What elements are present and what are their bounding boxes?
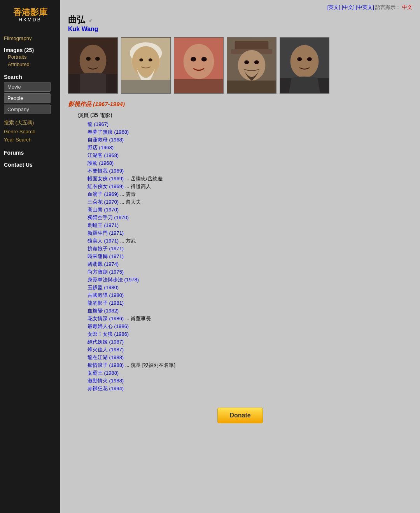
film-link[interactable]: 血滴子 (1969) bbox=[88, 191, 119, 197]
film-link[interactable]: 激動情火 (1988) bbox=[88, 378, 124, 384]
film-list-item: 龍在江湖 (1988) bbox=[88, 354, 412, 361]
person-english-name: Kuk Wang bbox=[68, 26, 412, 33]
film-link[interactable]: 猿美人 (1971) bbox=[88, 238, 119, 244]
film-link[interactable]: 刺蝗王 (1971) bbox=[88, 222, 119, 228]
film-list-item: 紅衣俠女 (1969) ... 得道高人 bbox=[88, 183, 412, 190]
film-link[interactable]: 江湖客 (1968) bbox=[88, 152, 119, 158]
film-link[interactable]: 野店 (1968) bbox=[88, 145, 114, 150]
logo-english: HKMDB bbox=[13, 17, 47, 23]
film-link[interactable]: 玉釵盟 (1980) bbox=[88, 284, 119, 290]
film-list-item: 赤裸狂花 (1994) bbox=[88, 385, 412, 392]
lang-current: 中文 bbox=[402, 4, 412, 10]
language-bar: [英文] [中文] [中英文] 語言顯示： 中文 bbox=[68, 4, 412, 11]
search-section-title: Search bbox=[4, 74, 56, 80]
film-note: ... 方武 bbox=[119, 238, 136, 244]
film-link[interactable]: 春夢了無痕 (1968) bbox=[88, 129, 129, 135]
film-list-item: 血旗變 (1982) bbox=[88, 307, 412, 314]
svg-point-20 bbox=[238, 50, 266, 81]
filmography-section: 影視作品 (1967-1994) 演員 (35 電影) 龍 (1967)春夢了無… bbox=[68, 101, 412, 392]
film-link[interactable]: 痴情浪子 (1988) bbox=[88, 362, 124, 368]
film-list-item: 三朵花 (1970) ... 齊大夫 bbox=[88, 199, 412, 206]
film-link[interactable]: 花女情深 (1986) bbox=[88, 316, 124, 321]
lang-english-link[interactable]: [英文] bbox=[327, 4, 340, 10]
film-list-item: 身形拳法與步法 (1978) bbox=[88, 276, 412, 283]
film-link[interactable]: 龍 (1967) bbox=[88, 121, 108, 127]
film-list-item: 女霸王 (1988) bbox=[88, 370, 412, 377]
film-link[interactable]: 高山青 (1970) bbox=[88, 207, 119, 213]
lang-label: 語言顯示： bbox=[375, 4, 401, 10]
svg-point-21 bbox=[244, 60, 249, 64]
sidebar-portraits-link[interactable]: Portraits bbox=[4, 53, 56, 61]
svg-point-27 bbox=[307, 57, 312, 61]
film-list-item: 刺蝗王 (1971) bbox=[88, 222, 412, 229]
sidebar-filmography-link[interactable]: Filmography bbox=[4, 34, 56, 42]
film-list-item: 獨臂空手刀 (1970) bbox=[88, 214, 412, 221]
svg-point-14 bbox=[191, 57, 196, 61]
sidebar-attributed-link[interactable]: Attributed bbox=[4, 61, 56, 68]
sidebar-genre-search-link[interactable]: Genre Search bbox=[4, 127, 56, 136]
lang-chinese-link[interactable]: [中文] bbox=[342, 4, 355, 10]
lang-bilingual-link[interactable]: [中英文] bbox=[356, 4, 374, 10]
search-movie-button[interactable]: Movie bbox=[4, 82, 51, 92]
film-list: 龍 (1967)春夢了無痕 (1968)自蓮救母 (1968)野店 (1968)… bbox=[88, 121, 412, 392]
actor-header: 演員 (35 電影) bbox=[78, 112, 412, 119]
film-note: ... 院長 [沒被列在名單] bbox=[124, 362, 175, 368]
sidebar-advanced-search-link[interactable]: 搜索 (大五碼) bbox=[4, 118, 56, 127]
photo-2[interactable] bbox=[121, 37, 171, 94]
search-company-button[interactable]: Company bbox=[4, 105, 51, 114]
main-content: [英文] [中文] [中英文] 語言顯示： 中文 曲弘 ♂ Kuk Wang bbox=[60, 0, 420, 513]
film-list-item: 高山青 (1970) bbox=[88, 206, 412, 213]
film-link[interactable]: 龍的影子 (1981) bbox=[88, 300, 124, 306]
film-link[interactable]: 尚方寶劍 (1975) bbox=[88, 269, 124, 275]
film-link[interactable]: 時來運轉 (1971) bbox=[88, 253, 124, 259]
film-link[interactable]: 三朵花 (1970) bbox=[88, 199, 119, 205]
film-list-item: 自蓮救母 (1968) bbox=[88, 136, 412, 143]
film-link[interactable]: 紅衣俠女 (1969) bbox=[88, 183, 124, 189]
film-link[interactable]: 古國奇譚 (1980) bbox=[88, 292, 124, 298]
photo-3[interactable] bbox=[174, 37, 224, 94]
photo-4[interactable] bbox=[227, 37, 276, 94]
donate-button[interactable]: Donate bbox=[217, 408, 262, 423]
sidebar-year-search-link[interactable]: Year Search bbox=[4, 136, 56, 144]
svg-rect-23 bbox=[227, 80, 276, 93]
svg-rect-16 bbox=[174, 79, 223, 93]
person-name-block: 曲弘 ♂ Kuk Wang bbox=[68, 14, 412, 33]
svg-point-26 bbox=[297, 57, 302, 61]
film-link[interactable]: 龍在江湖 (1988) bbox=[88, 354, 124, 360]
sidebar-nav: Filmography Images (25) Portraits Attrib… bbox=[0, 30, 60, 174]
film-list-item: 龍的影子 (1981) bbox=[88, 300, 412, 307]
person-gender: ♂ bbox=[88, 17, 93, 24]
filmography-title-text: 影視作品 bbox=[68, 101, 91, 107]
person-chinese-name: 曲弘 bbox=[68, 15, 85, 24]
film-link[interactable]: 女霸王 (1988) bbox=[88, 370, 119, 376]
film-link[interactable]: 女郎！女狼 (1986) bbox=[88, 331, 129, 337]
film-link[interactable]: 赤裸狂花 (1994) bbox=[88, 386, 124, 391]
svg-point-13 bbox=[184, 44, 214, 79]
film-link[interactable]: 新羅生門 (1971) bbox=[88, 230, 124, 236]
sidebar-forums-title[interactable]: Forums bbox=[4, 150, 56, 156]
film-link[interactable]: 帳面女俠 (1969) bbox=[88, 176, 124, 181]
film-note: ... 齊大夫 bbox=[119, 199, 141, 205]
sidebar-contact-title[interactable]: Contact Us bbox=[4, 162, 56, 168]
film-link[interactable]: 絕代妖姬 (1987) bbox=[88, 339, 124, 345]
film-list-item: 不要恨我 (1969) bbox=[88, 168, 412, 174]
film-list-item: 激動情火 (1988) bbox=[88, 377, 412, 384]
film-link[interactable]: 碧翡鳳 (1974) bbox=[88, 261, 119, 267]
search-people-button[interactable]: People bbox=[4, 93, 51, 103]
film-link[interactable]: 自蓮救母 (1968) bbox=[88, 137, 124, 143]
film-link[interactable]: 烽火佳人 (1987) bbox=[88, 347, 124, 352]
photo-5[interactable] bbox=[280, 37, 329, 94]
film-link[interactable]: 拚命娘子 (1971) bbox=[88, 246, 124, 251]
film-link[interactable]: 身形拳法與步法 (1978) bbox=[88, 277, 139, 283]
sidebar-images-title: Images (25) bbox=[4, 47, 34, 53]
filmography-title: 影視作品 (1967-1994) bbox=[68, 101, 412, 108]
film-link[interactable]: 不要恨我 (1969) bbox=[88, 168, 124, 174]
film-link[interactable]: 最毒婦人心 (1986) bbox=[88, 323, 129, 329]
svg-rect-11 bbox=[121, 80, 170, 93]
film-link[interactable]: 血旗變 (1982) bbox=[88, 308, 119, 314]
film-link[interactable]: 護駕 (1968) bbox=[88, 160, 114, 166]
film-link[interactable]: 獨臂空手刀 (1970) bbox=[88, 215, 129, 220]
film-list-item: 最毒婦人心 (1986) bbox=[88, 323, 412, 330]
photo-1[interactable] bbox=[68, 37, 118, 94]
film-note: ... 肖董事長 bbox=[124, 316, 151, 321]
